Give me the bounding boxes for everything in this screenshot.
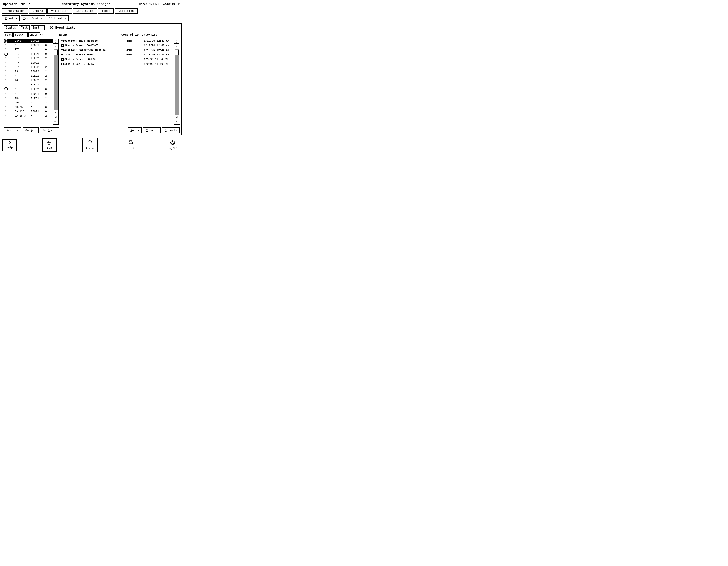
status-cell: "	[4, 74, 14, 78]
qc-scroll-bottom-btn[interactable]: ≡	[174, 120, 179, 124]
instr-cell: ES001	[30, 109, 44, 114]
table-row[interactable]: " CA 15-3 " 2	[4, 114, 53, 118]
scroll-top-btn[interactable]: ⋀⋀	[53, 39, 58, 44]
filter-instr-btn[interactable]: Instr.	[31, 25, 45, 30]
svg-rect-1	[49, 141, 51, 143]
event-cell: Status Red: RICKSDJ	[60, 62, 125, 67]
status-square-icon	[61, 44, 64, 47]
right-col-headers: Event Control ID Date/Time	[58, 32, 180, 37]
table-row[interactable]: " TBK ELEC1 2	[4, 96, 53, 101]
btn-details[interactable]: Details	[162, 128, 180, 133]
secondary-toolbar: Results Test Status QC Results	[2, 15, 182, 22]
value-cell: 2	[44, 74, 51, 78]
logoff-icon	[170, 140, 176, 147]
menu-orders[interactable]: Orders	[29, 8, 46, 14]
filter-test-btn[interactable]: Test	[19, 25, 30, 30]
instr-cell: ELEC1	[30, 96, 44, 101]
instr-cell: ELEC1	[30, 52, 44, 56]
test-cell: T3	[14, 69, 30, 74]
menu-tools[interactable]: Tools	[98, 8, 114, 14]
scroll-down-btn[interactable]: ∨	[53, 110, 58, 115]
table-row[interactable]: " " ES001 0	[4, 92, 53, 96]
qc-event-row[interactable]: Violation: 2of3x2sWR AC Rule PPIM 1/10/9…	[60, 48, 174, 53]
instr-cell: ES001	[30, 61, 44, 65]
datetime-cell: 1/9/96 11:10 PM	[143, 62, 174, 67]
content-area: ⊗ CkMb ES002 4 " " ES001 0 " FT3	[4, 39, 180, 125]
test-cell: FT3	[14, 56, 30, 61]
btn-comment[interactable]: Comment	[143, 128, 161, 133]
filter-status-btn[interactable]: Status	[4, 25, 18, 30]
btn-alarm[interactable]: Alarm	[82, 138, 98, 152]
btn-lab[interactable]: Lab	[42, 139, 57, 152]
btn-rules[interactable]: Rules	[128, 128, 142, 133]
table-row[interactable]: " ELEC2 0	[4, 87, 53, 92]
test-cell: "	[14, 83, 30, 87]
qc-event-list: Violation: 1x3s WR Rule PNIM 1/10/96 12:…	[60, 39, 174, 125]
btn-reset-r[interactable]: Reset r	[4, 128, 21, 133]
instr-cell: ELEC2	[30, 56, 44, 61]
table-row[interactable]: " " ES001 0	[4, 43, 53, 48]
status-cell: "	[4, 65, 14, 69]
qc-event-row[interactable]: Violation: 1x3s WR Rule PNIM 1/10/96 12:…	[60, 39, 174, 43]
control-id-cell	[125, 62, 143, 67]
value-cell: 4	[44, 39, 51, 43]
test-cell: TBK	[14, 96, 30, 101]
table-row[interactable]: " " ELEC1 2	[4, 74, 53, 78]
value-cell: 2	[44, 78, 51, 83]
status-cell: !	[4, 52, 14, 56]
exclaim-icon: !	[4, 53, 8, 56]
qc-event-row[interactable]: Status Green: JONESMT 1/9/96 11:54 PM	[60, 57, 174, 62]
table-row[interactable]: " " ELEC1 2	[4, 83, 53, 87]
datetime-cell: 1/9/96 11:54 PM	[143, 57, 174, 62]
value-cell: 2	[44, 83, 51, 87]
status-square-icon	[61, 63, 64, 65]
table-row[interactable]: " FT3 ELEC2 2	[4, 56, 53, 61]
status-cell: "	[4, 78, 14, 83]
value-cell: 2	[44, 114, 51, 118]
datetime-cell: 1/10/96 12:29 AM	[143, 53, 174, 57]
table-row[interactable]: " CEA " 2	[4, 101, 53, 105]
btn-test-status[interactable]: Test Status	[21, 15, 45, 21]
col-datetime: Date/Time	[141, 33, 174, 37]
btn-qc-results[interactable]: QC Results	[46, 15, 69, 21]
col-event: Event	[58, 33, 121, 37]
qc-event-row[interactable]: Warning: 4x1sAR Rule PPIM 1/10/96 12:29 …	[60, 53, 174, 57]
qc-event-row[interactable]: Status Green: JONESMT 1/10/96 12:47 AM	[60, 43, 174, 48]
table-row[interactable]: " FT4 ELEC2 2	[4, 65, 53, 69]
menu-statistics[interactable]: Statistics	[73, 8, 97, 14]
qc-event-row[interactable]: Status Red: RICKSDJ 1/9/96 11:10 PM	[60, 62, 174, 67]
table-row[interactable]: " FT4 ES001 4	[4, 61, 53, 65]
scroll-up-btn[interactable]: ∧	[53, 44, 58, 49]
btn-help[interactable]: ? Help	[2, 139, 17, 151]
col-header-instr[interactable]: Instr. ▼	[28, 32, 40, 37]
btn-go-red[interactable]: Go Red	[23, 128, 39, 133]
btn-print[interactable]: Print	[123, 138, 138, 152]
test-cell: FT3	[14, 47, 30, 52]
instr-cell: ELEC1	[30, 74, 44, 78]
table-row[interactable]: " T3 ES002 2	[4, 69, 53, 74]
table-row[interactable]: ⊗ CkMb ES002 4	[4, 39, 53, 43]
menu-preparation[interactable]: Preparation	[2, 8, 28, 14]
value-cell: 0	[44, 87, 51, 92]
status-cell: ⊗	[4, 39, 14, 43]
menu-validation[interactable]: Validation	[47, 8, 72, 14]
btn-results[interactable]: Results	[2, 15, 20, 21]
qc-scroll-top-btn[interactable]: ⋀⋀	[174, 39, 179, 44]
instr-cell: "	[30, 105, 44, 110]
btn-logoff[interactable]: LogOff	[164, 138, 181, 152]
column-headers-row: Status Test ▼ Instr. ▼ r Event Control I…	[4, 32, 180, 37]
scroll-track	[54, 49, 58, 110]
scroll-alldown-btn[interactable]: All	[53, 120, 58, 124]
table-row[interactable]: " CK-MB " 0	[4, 105, 53, 110]
qc-scroll-down-btn[interactable]: ≪	[174, 115, 179, 119]
menu-utilities[interactable]: Utilities	[115, 8, 138, 14]
col-header-test[interactable]: Test ▼	[13, 32, 28, 37]
btn-go-green[interactable]: Go Green	[40, 128, 59, 133]
table-row[interactable]: " CA 125 ES001 0	[4, 109, 53, 114]
qc-scroll-up-btn[interactable]: ∧	[174, 44, 179, 49]
scroll-bottom-btn[interactable]: ≪	[53, 115, 58, 119]
table-row[interactable]: ! FT3 ELEC1 0	[4, 52, 53, 56]
table-row[interactable]: " FT3 " 0	[4, 47, 53, 52]
table-row[interactable]: " T4 ES002 2	[4, 78, 53, 83]
value-cell: 0	[44, 43, 51, 48]
